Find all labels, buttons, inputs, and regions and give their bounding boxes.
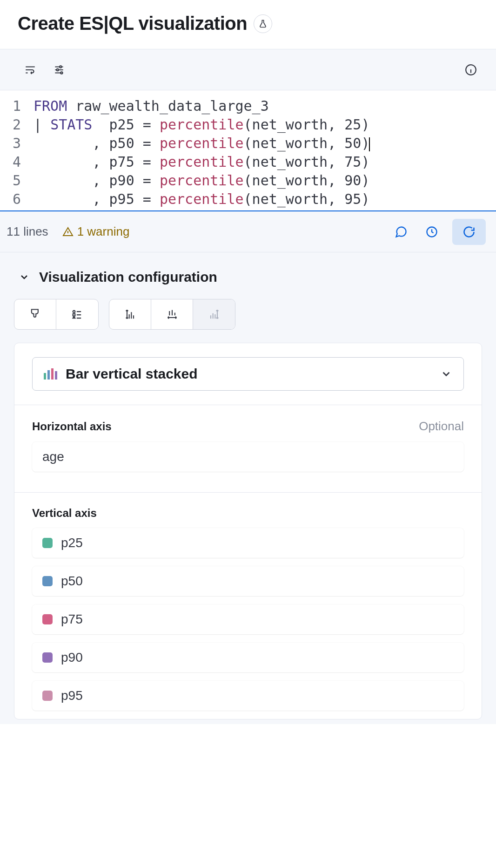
svg-point-0 [60,66,61,68]
beta-beaker-icon [254,14,272,33]
left-axis-button[interactable] [109,299,151,329]
right-axis-button [193,299,235,329]
config-section-header[interactable]: Visualization configuration [14,269,482,285]
line-number-gutter: 123456 [0,90,34,210]
line-number: 4 [0,153,34,171]
axis-group [109,299,235,330]
flyout-header: Create ES|QL visualization [0,0,496,49]
series-color-swatch [42,652,53,663]
series-label: p95 [61,688,83,703]
history-button[interactable] [422,222,442,242]
wrap-lines-icon[interactable] [24,64,36,76]
settings-sliders-icon[interactable] [53,64,65,76]
vertical-axis-section: Vertical axis p25p50p75p90p95 [14,493,482,719]
bar-stacked-icon [44,368,57,380]
line-number: 5 [0,171,34,190]
feedback-button[interactable] [391,222,411,242]
line-number: 6 [0,190,34,209]
series-label: p90 [61,650,83,665]
visualization-config-section: Visualization configuration [0,252,496,724]
horizontal-axis-field[interactable]: age [32,442,464,472]
horizontal-axis-label: Horizontal axis [32,420,112,433]
page-title: Create ES|QL visualization [18,13,247,34]
info-icon[interactable] [464,63,477,76]
optional-label: Optional [419,419,464,434]
series-label: p50 [61,574,83,589]
editor-toolbar [0,49,496,90]
vertical-axis-field[interactable]: p95 [32,681,464,711]
svg-point-2 [60,72,62,74]
config-panel: Bar vertical stacked Horizontal axis Opt… [14,343,482,719]
series-color-swatch [42,691,53,701]
chart-type-select[interactable]: Bar vertical stacked [32,357,464,391]
bottom-axis-button[interactable] [151,299,193,329]
vertical-axis-field[interactable]: p50 [32,566,464,596]
line-number: 1 [0,97,34,115]
vertical-axis-field[interactable]: p90 [32,643,464,672]
series-label: p25 [61,536,83,550]
editor-status-bar: 11 lines 1 warning [0,211,496,252]
style-brush-button[interactable] [14,299,56,329]
series-color-swatch [42,614,53,624]
horizontal-axis-section: Horizontal axis Optional age [14,405,482,493]
warning-indicator[interactable]: 1 warning [62,224,130,239]
code-content[interactable]: FROM raw_wealth_data_large_3| STATS p25 … [34,90,370,210]
vertical-axis-field[interactable]: p25 [32,528,464,558]
line-number: 3 [0,134,34,153]
series-color-swatch [42,576,53,586]
svg-point-1 [57,68,59,70]
line-count-label: 11 lines [7,224,48,239]
svg-point-5 [73,311,75,313]
chevron-down-icon [440,368,452,380]
line-number: 2 [0,115,34,134]
legend-list-button[interactable] [56,299,98,329]
run-query-button[interactable] [452,219,486,245]
series-label: p75 [61,612,83,627]
chart-type-section: Bar vertical stacked [14,343,482,405]
appearance-group [14,299,99,330]
config-toolbar [14,299,482,330]
vertical-axis-field[interactable]: p75 [32,604,464,634]
vertical-axis-label: Vertical axis [32,507,97,520]
code-editor[interactable]: 123456 FROM raw_wealth_data_large_3| STA… [0,90,496,211]
series-color-swatch [42,538,53,548]
chevron-down-icon [19,271,30,283]
